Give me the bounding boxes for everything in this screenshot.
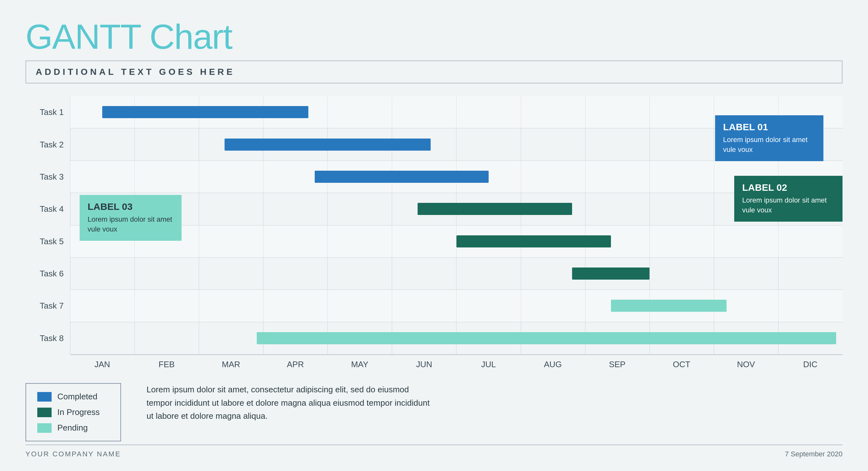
callout-01-title: LABEL 01: [723, 122, 815, 132]
task-label-task8: Task 8: [26, 327, 70, 349]
legend-item-inprogress: In Progress: [37, 407, 109, 417]
bar-3: [417, 203, 572, 215]
footer: YOUR COMPANY NAME 7 September 2020: [26, 445, 842, 458]
bar-row-task4: [70, 193, 842, 225]
axis-label-sep: SEP: [585, 355, 650, 374]
legend-swatch-inprogress: [37, 408, 52, 417]
axis-label-dic: DIC: [778, 355, 842, 374]
page: GANTT Chart ADDITIONAL TEXT GOES HERE Ta…: [0, 0, 868, 471]
bar-0: [102, 106, 308, 118]
footer-date: 7 September 2020: [785, 450, 842, 458]
bar-row-task7: [70, 290, 842, 322]
footer-company: YOUR COMPANY NAME: [26, 450, 121, 458]
task-label-task4: Task 4: [26, 198, 70, 220]
bar-5: [572, 268, 650, 280]
bar-6: [611, 300, 727, 312]
bar-row-task6: [70, 258, 842, 290]
axis-label-feb: FEB: [134, 355, 199, 374]
legend-item-pending: Pending: [37, 423, 109, 433]
callout-03-title: LABEL 03: [88, 201, 174, 212]
axis-label-apr: APR: [263, 355, 328, 374]
axis-label-aug: AUG: [521, 355, 585, 374]
axis-label-jan: JAN: [70, 355, 134, 374]
bars-container: LABEL 01 Lorem ipsum dolor sit amet vule…: [70, 96, 842, 354]
callout-01: LABEL 01 Lorem ipsum dolor sit amet vule…: [715, 115, 824, 161]
callout-03: LABEL 03 Lorem ipsum dolor sit amet vule…: [80, 195, 182, 241]
gantt-grid: LABEL 01 Lorem ipsum dolor sit amet vule…: [70, 96, 842, 374]
legend-item-completed: Completed: [37, 392, 109, 402]
bar-1: [224, 138, 431, 151]
bottom-axis: JANFEBMARAPRMAYJUNJULAUGSEPOCTNOVDIC: [70, 354, 842, 374]
bar-2: [315, 171, 489, 183]
task-label-task6: Task 6: [26, 263, 70, 285]
task-label-task5: Task 5: [26, 230, 70, 253]
task-label-task3: Task 3: [26, 166, 70, 188]
task-label-task2: Task 2: [26, 133, 70, 156]
subtitle-box: ADDITIONAL TEXT GOES HERE: [26, 61, 842, 84]
legend-label-completed: Completed: [57, 392, 97, 402]
page-title: GANTT Chart: [26, 19, 842, 54]
bar-row-task3: [70, 161, 842, 193]
bottom-section: CompletedIn ProgressPending Lorem ipsum …: [26, 383, 842, 441]
axis-label-may: MAY: [328, 355, 392, 374]
task-label-task1: Task 1: [26, 101, 70, 124]
legend-box: CompletedIn ProgressPending: [26, 383, 121, 441]
callout-02-title: LABEL 02: [742, 182, 835, 193]
callout-01-text: Lorem ipsum dolor sit amet vule voux: [723, 135, 815, 155]
bar-row-task5: [70, 225, 842, 258]
legend-label-inprogress: In Progress: [57, 407, 100, 417]
axis-label-oct: OCT: [650, 355, 714, 374]
axis-label-jul: JUL: [456, 355, 521, 374]
callout-02-text: Lorem ipsum dolor sit amet vule voux: [742, 195, 835, 215]
subtitle: ADDITIONAL TEXT GOES HERE: [36, 67, 832, 77]
bar-4: [457, 236, 611, 247]
callout-02: LABEL 02 Lorem ipsum dolor sit amet vule…: [734, 176, 842, 222]
task-label-task7: Task 7: [26, 295, 70, 317]
legend-swatch-pending: [37, 423, 52, 433]
bar-row-task8: [70, 322, 842, 354]
axis-label-jun: JUN: [392, 355, 456, 374]
bar-7: [257, 332, 836, 344]
legend-label-pending: Pending: [57, 423, 88, 433]
chart-area: Task 1Task 2Task 3Task 4Task 5Task 6Task…: [26, 96, 842, 374]
callout-03-text: Lorem ipsum dolor sit amet vule voux: [88, 215, 174, 234]
description-text: Lorem ipsum dolor sit amet, consectetur …: [147, 383, 433, 423]
legend-swatch-completed: [37, 392, 52, 402]
task-labels: Task 1Task 2Task 3Task 4Task 5Task 6Task…: [26, 96, 70, 374]
axis-label-nov: NOV: [714, 355, 778, 374]
axis-label-mar: MAR: [199, 355, 263, 374]
